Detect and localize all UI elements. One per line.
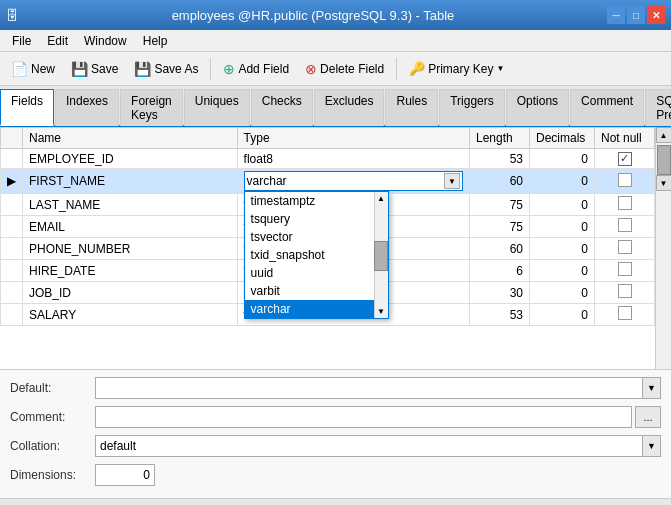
field-name[interactable]: HIRE_DATE	[23, 260, 238, 282]
field-notnull[interactable]	[595, 194, 655, 216]
notnull-checkbox[interactable]	[618, 306, 632, 320]
field-decimals[interactable]: 0	[530, 216, 595, 238]
field-decimals[interactable]: 0	[530, 238, 595, 260]
notnull-checkbox[interactable]	[618, 196, 632, 210]
scroll-down-icon[interactable]: ▼	[377, 307, 385, 316]
tab-fields[interactable]: Fields	[0, 89, 54, 126]
dropdown-item-selected[interactable]: varchar	[245, 300, 388, 318]
field-decimals[interactable]: 0	[530, 282, 595, 304]
comment-input[interactable]	[95, 406, 632, 428]
field-name[interactable]: SALARY	[23, 304, 238, 326]
field-length[interactable]: 60	[470, 169, 530, 194]
menu-window[interactable]: Window	[76, 32, 135, 50]
tab-indexes[interactable]: Indexes	[55, 89, 119, 126]
field-decimals[interactable]: 0	[530, 169, 595, 194]
field-length[interactable]: 75	[470, 194, 530, 216]
field-name[interactable]: PHONE_NUMBER	[23, 238, 238, 260]
field-name[interactable]: LAST_NAME	[23, 194, 238, 216]
field-decimals[interactable]: 0	[530, 304, 595, 326]
maximize-button[interactable]: □	[627, 6, 645, 24]
dropdown-item[interactable]: txid_snapshot	[245, 246, 388, 264]
field-length[interactable]: 6	[470, 260, 530, 282]
notnull-checkbox[interactable]	[618, 218, 632, 232]
field-name[interactable]: EMAIL	[23, 216, 238, 238]
notnull-checkbox[interactable]	[618, 173, 632, 187]
tab-sql-preview[interactable]: SQL Preview	[645, 89, 671, 126]
close-button[interactable]: ✕	[647, 6, 665, 24]
collation-dropdown[interactable]: default ▼	[95, 435, 661, 457]
primary-key-button[interactable]: 🔑 Primary Key ▼	[402, 56, 511, 82]
menu-edit[interactable]: Edit	[39, 32, 76, 50]
field-decimals[interactable]: 0	[530, 149, 595, 169]
minimize-button[interactable]: ─	[607, 6, 625, 24]
field-type[interactable]: varchar ▼ timestamptz tsquery	[237, 169, 469, 194]
tab-options[interactable]: Options	[506, 89, 569, 126]
notnull-checkbox[interactable]	[618, 262, 632, 276]
field-length[interactable]: 60	[470, 238, 530, 260]
main-content: Name Type Length Decimals Not null EMPLO…	[0, 127, 671, 498]
save-button[interactable]: 💾 Save	[64, 56, 125, 82]
comment-button[interactable]: ...	[635, 406, 661, 428]
tab-comment[interactable]: Comment	[570, 89, 644, 126]
field-notnull[interactable]	[595, 304, 655, 326]
field-decimals[interactable]: 0	[530, 194, 595, 216]
notnull-checkbox[interactable]	[618, 240, 632, 254]
scroll-down-button[interactable]: ▼	[656, 175, 672, 191]
type-dropdown-container[interactable]: varchar ▼ timestamptz tsquery	[244, 171, 463, 191]
table-row[interactable]: EMPLOYEE_ID float8 53 0 ✓	[1, 149, 655, 169]
field-notnull[interactable]: ✓	[595, 149, 655, 169]
field-type[interactable]: float8	[237, 149, 469, 169]
delete-field-button[interactable]: ⊗ Delete Field	[298, 56, 391, 82]
type-dropdown-list[interactable]: timestamptz tsquery tsvector txid_snapsh…	[244, 191, 389, 319]
default-dropdown-arrow-icon[interactable]: ▼	[642, 378, 660, 398]
field-length[interactable]: 53	[470, 149, 530, 169]
table-scrollbar[interactable]: ▲ ▼	[655, 127, 671, 369]
row-indicator	[1, 216, 23, 238]
add-field-button[interactable]: ⊕ Add Field	[216, 56, 296, 82]
dimensions-input[interactable]	[95, 464, 155, 486]
notnull-checkbox[interactable]	[618, 284, 632, 298]
field-notnull[interactable]	[595, 238, 655, 260]
field-name[interactable]: FIRST_NAME	[23, 169, 238, 194]
dropdown-item[interactable]: varbit	[245, 282, 388, 300]
tab-rules[interactable]: Rules	[385, 89, 438, 126]
field-length[interactable]: 30	[470, 282, 530, 304]
form-area: Default: ▼ Comment: ... Collation: defau…	[0, 369, 671, 498]
field-notnull[interactable]	[595, 169, 655, 194]
default-dropdown[interactable]: ▼	[95, 377, 661, 399]
table-scroll-area: Name Type Length Decimals Not null EMPLO…	[0, 127, 671, 369]
menu-file[interactable]: File	[4, 32, 39, 50]
field-name[interactable]: JOB_ID	[23, 282, 238, 304]
field-decimals[interactable]: 0	[530, 260, 595, 282]
tab-foreign-keys[interactable]: Foreign Keys	[120, 89, 183, 126]
comment-row: Comment: ...	[10, 405, 661, 429]
dropdown-item[interactable]: uuid	[245, 264, 388, 282]
comment-label: Comment:	[10, 410, 95, 424]
new-button[interactable]: 📄 New	[4, 56, 62, 82]
menu-help[interactable]: Help	[135, 32, 176, 50]
field-notnull[interactable]	[595, 260, 655, 282]
table-row[interactable]: ▶ FIRST_NAME varchar ▼	[1, 169, 655, 194]
tab-excludes[interactable]: Excludes	[314, 89, 385, 126]
field-length[interactable]: 53	[470, 304, 530, 326]
notnull-checkbox[interactable]: ✓	[618, 152, 632, 166]
tab-checks[interactable]: Checks	[251, 89, 313, 126]
field-notnull[interactable]	[595, 216, 655, 238]
collation-dropdown-arrow-icon[interactable]: ▼	[642, 436, 660, 456]
scroll-up-button[interactable]: ▲	[656, 127, 672, 143]
dropdown-item[interactable]: tsvector	[245, 228, 388, 246]
type-dropdown-btn[interactable]: ▼	[444, 173, 460, 189]
tab-uniques[interactable]: Uniques	[184, 89, 250, 126]
new-icon: 📄	[11, 61, 28, 77]
save-as-button[interactable]: 💾 Save As	[127, 56, 205, 82]
dropdown-scrollbar[interactable]: ▲ ▼	[374, 192, 388, 318]
row-indicator	[1, 304, 23, 326]
field-name[interactable]: EMPLOYEE_ID	[23, 149, 238, 169]
row-indicator	[1, 260, 23, 282]
field-notnull[interactable]	[595, 282, 655, 304]
dropdown-item[interactable]: tsquery	[245, 210, 388, 228]
scroll-up-icon[interactable]: ▲	[377, 194, 385, 203]
dropdown-item[interactable]: timestamptz	[245, 192, 388, 210]
tab-triggers[interactable]: Triggers	[439, 89, 505, 126]
field-length[interactable]: 75	[470, 216, 530, 238]
